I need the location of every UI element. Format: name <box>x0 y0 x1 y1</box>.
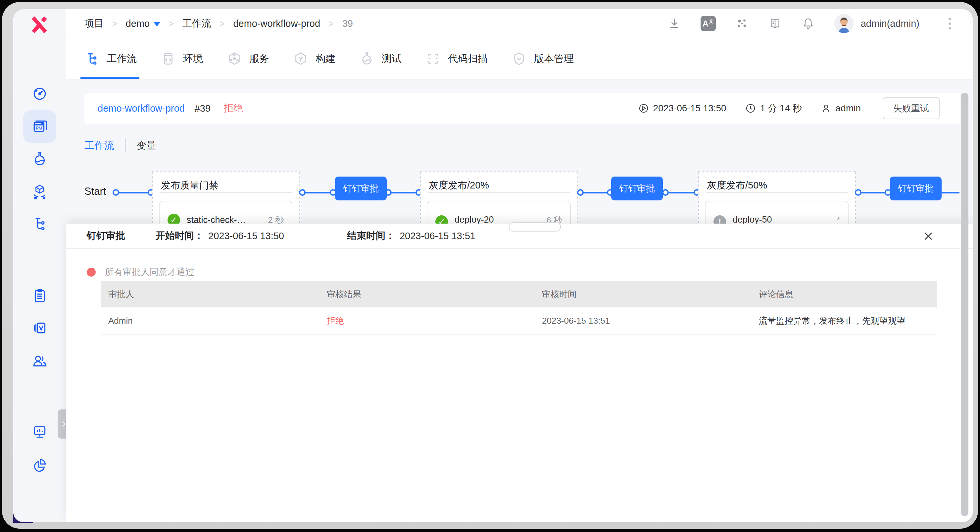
pipeline-horizontal-scrollbar[interactable] <box>509 222 561 231</box>
sidebar-item-delivery[interactable] <box>23 175 56 208</box>
breadcrumb-workflow-name[interactable]: demo-workflow-prod <box>233 18 320 29</box>
view-tab-variables[interactable]: 变量 <box>137 139 156 152</box>
approval-table: 审批人 审核结果 审核时间 评论信息 Admin 拒绝 2023-06-15 1… <box>101 281 937 334</box>
close-icon[interactable] <box>921 229 935 244</box>
approval-rule-text: 所有审批人同意才通过 <box>105 266 194 278</box>
stats-icon <box>32 457 48 473</box>
tab-builds[interactable]: 构建 <box>293 38 336 79</box>
run-header-card: demo-workflow-prod #39 拒绝 2023-06-15 13:… <box>84 93 960 124</box>
run-meta: 2023-06-15 13:50 1 分 14 秒 admin 失败重试 <box>638 97 940 119</box>
approval-node-dingtalk-1[interactable]: 钉钉审批 <box>335 177 387 201</box>
sidebar-item-stats[interactable] <box>23 449 56 481</box>
workflow-run-content: demo-workflow-prod #39 拒绝 2023-06-15 13:… <box>66 80 973 522</box>
topbar: 项目 > demo > 工作流 > demo-workflow-prod > 3… <box>66 9 973 38</box>
tab-environments[interactable]: 环境 <box>161 38 203 79</box>
sidebar: PM <box>13 9 66 522</box>
notifications-icon[interactable] <box>801 17 815 30</box>
pipeline-connector <box>942 192 959 193</box>
run-duration: 1 分 14 秒 <box>745 102 802 115</box>
view-tab-workflow[interactable]: 工作流 <box>84 139 114 152</box>
app-window: 项目 > demo > 工作流 > demo-workflow-prod > 3… <box>13 9 973 522</box>
sidebar-item-users[interactable] <box>23 345 56 377</box>
breadcrumb-workflows[interactable]: 工作流 <box>183 17 211 30</box>
col-comment: 评论信息 <box>752 288 937 300</box>
start-time-label: 开始时间： <box>156 229 204 242</box>
sidebar-item-tasks[interactable] <box>23 279 56 312</box>
breadcrumb-run-number: 39 <box>342 18 353 29</box>
sidebar-item-tests[interactable] <box>23 143 56 175</box>
breadcrumb-projects[interactable]: 项目 <box>84 17 103 30</box>
run-number: #39 <box>195 103 210 114</box>
tab-services[interactable]: 服务 <box>227 38 269 79</box>
users-icon <box>32 353 48 370</box>
sidebar-item-monitor[interactable] <box>23 416 56 448</box>
retry-failed-button[interactable]: 失败重试 <box>883 97 940 119</box>
cell-approver: Admin <box>101 316 320 326</box>
test-icon <box>359 51 374 66</box>
sidebar-item-dashboard[interactable] <box>23 77 56 110</box>
tab-tests[interactable]: 测试 <box>359 38 402 79</box>
run-start-time: 2023-06-15 13:50 <box>638 103 726 114</box>
version-icon <box>512 51 527 66</box>
connector-dot <box>855 189 861 196</box>
stage-divider <box>160 192 292 193</box>
pipeline-connector <box>302 192 334 193</box>
view-tabs: 工作流 变量 <box>84 139 156 152</box>
approval-table-header: 审批人 审核结果 审核时间 评论信息 <box>101 281 937 307</box>
status-dot-rejected <box>87 268 96 277</box>
breadcrumb-separator: > <box>169 19 174 29</box>
docs-icon[interactable] <box>768 17 782 30</box>
more-menu-icon[interactable] <box>948 18 951 29</box>
connector-dot <box>577 189 584 196</box>
end-time-label: 结束时间： <box>347 229 395 242</box>
share-network-icon[interactable] <box>735 17 749 30</box>
tab-workflows[interactable]: 工作流 <box>84 38 137 79</box>
environment-icon <box>161 51 176 66</box>
pipeline-start-label: Start <box>84 185 106 198</box>
pipeline-connector <box>580 192 610 193</box>
play-circle-icon <box>638 103 649 114</box>
sidebar-item-workflows[interactable] <box>23 207 56 240</box>
breadcrumb-separator: > <box>112 19 117 29</box>
view-tab-divider <box>125 139 126 152</box>
avatar[interactable] <box>834 14 854 33</box>
cell-comment: 流量监控异常，发布终止，先观望观望 <box>752 315 937 327</box>
approval-node-dingtalk-3[interactable]: 钉钉审批 <box>890 177 942 201</box>
pipeline-connector <box>388 192 419 193</box>
build-icon <box>293 51 308 66</box>
approval-node-dingtalk-2[interactable]: 钉钉审批 <box>611 177 663 201</box>
tab-code-scan[interactable]: 代码扫描 <box>425 38 488 79</box>
projects-icon: PM <box>32 118 48 135</box>
approval-panel-title: 钉钉审批 <box>87 229 125 242</box>
tab-version-management[interactable]: 版本管理 <box>512 38 574 79</box>
breadcrumb-separator: > <box>329 19 334 29</box>
run-executor: admin <box>821 103 861 114</box>
tasks-icon <box>32 287 48 304</box>
start-time-value: 2023-06-15 13:50 <box>208 231 284 242</box>
run-workflow-name-link[interactable]: demo-workflow-prod <box>98 103 185 114</box>
vertical-scrollbar[interactable] <box>961 93 969 516</box>
breadcrumb: 项目 > demo > 工作流 > demo-workflow-prod > 3… <box>84 17 353 30</box>
user-icon <box>821 103 832 114</box>
sidebar-item-projects[interactable]: PM <box>23 110 56 143</box>
translate-icon[interactable]: A文 <box>700 16 716 31</box>
brand-x-logo[interactable] <box>30 15 49 35</box>
project-tabs: 工作流 环境 服务 构建 测试 代码扫描 <box>66 38 973 80</box>
workflows-icon <box>32 215 48 232</box>
approval-detail-panel: 钉钉审批 开始时间： 2023-06-15 13:50 结束时间： 2023-0… <box>66 224 973 522</box>
cell-result: 拒绝 <box>320 315 535 327</box>
connector-dot <box>662 189 669 196</box>
user-menu[interactable]: admin(admin) <box>834 14 920 33</box>
download-icon[interactable] <box>667 17 681 30</box>
sidebar-item-versions[interactable] <box>23 312 56 344</box>
breadcrumb-project-demo[interactable]: demo <box>126 18 161 29</box>
tests-icon <box>32 151 48 167</box>
clock-icon <box>745 103 756 114</box>
col-time: 审核时间 <box>535 288 752 300</box>
run-status-rejected: 拒绝 <box>224 102 243 115</box>
col-approver: 审批人 <box>101 288 320 300</box>
pipeline-connector <box>665 192 697 193</box>
cell-time: 2023-06-15 13:51 <box>535 316 752 326</box>
user-name: admin(admin) <box>861 18 920 29</box>
monitor-icon <box>32 423 48 440</box>
